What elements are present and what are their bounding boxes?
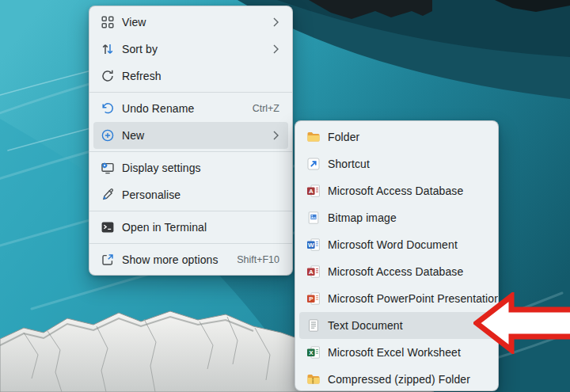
menu-separator <box>89 243 292 244</box>
submenu-item-access-database[interactable]: A Microsoft Access Database <box>299 177 494 204</box>
menu-item-shortcut: Shift+F10 <box>237 254 279 265</box>
menu-item-sort-by[interactable]: Sort by <box>93 36 288 63</box>
menu-item-label: Personalise <box>122 188 279 201</box>
svg-text:X: X <box>309 349 314 356</box>
submenu-item-powerpoint-presentation[interactable]: P Microsoft PowerPoint Presentation <box>299 285 494 312</box>
access-database-icon: A <box>306 265 321 279</box>
menu-item-label: Display settings <box>122 162 279 174</box>
refresh-icon <box>101 69 115 83</box>
zip-folder-icon <box>306 372 321 386</box>
shortcut-icon <box>306 157 321 171</box>
svg-text:W: W <box>308 242 314 249</box>
submenu-item-shortcut[interactable]: Shortcut <box>299 150 494 177</box>
svg-text:A: A <box>309 188 314 195</box>
submenu-item-label: Microsoft Access Database <box>328 185 485 197</box>
sort-icon <box>101 42 115 56</box>
menu-item-view[interactable]: View <box>93 9 288 36</box>
submenu-item-label: Microsoft Excel Worksheet <box>328 346 485 359</box>
submenu-item-label: Shortcut <box>328 158 485 170</box>
access-database-icon: A <box>306 184 321 198</box>
menu-item-label: Open in Terminal <box>122 221 279 234</box>
menu-item-label: Refresh <box>122 70 279 82</box>
menu-item-open-in-terminal[interactable]: Open in Terminal <box>93 214 288 241</box>
undo-icon <box>101 101 115 116</box>
menu-item-label: Sort by <box>122 43 263 55</box>
submenu-item-label: Compressed (zipped) Folder <box>328 373 485 386</box>
submenu-item-label: Bitmap image <box>328 211 485 224</box>
submenu-item-excel-worksheet[interactable]: X Microsoft Excel Worksheet <box>299 339 494 366</box>
terminal-icon <box>101 220 115 234</box>
folder-icon <box>306 130 321 144</box>
desktop-context-menu: View Sort by Refresh <box>89 6 293 276</box>
menu-item-new[interactable]: New <box>93 122 288 149</box>
submenu-item-access-database-2[interactable]: A Microsoft Access Database <box>299 258 494 285</box>
submenu-item-bitmap-image[interactable]: Bitmap image <box>299 204 494 231</box>
submenu-item-compressed-folder[interactable]: Compressed (zipped) Folder <box>299 366 494 391</box>
bitmap-image-icon <box>306 211 321 225</box>
menu-item-shortcut: Ctrl+Z <box>253 103 279 114</box>
powerpoint-presentation-icon: P <box>306 291 321 306</box>
submenu-item-label: Folder <box>328 131 485 143</box>
submenu-item-folder[interactable]: Folder <box>299 124 494 150</box>
submenu-item-label: Microsoft Word Document <box>328 238 485 251</box>
menu-item-label: Show more options <box>122 253 227 266</box>
menu-item-refresh[interactable]: Refresh <box>93 63 288 89</box>
text-document-icon <box>306 318 321 333</box>
menu-separator <box>89 211 292 211</box>
submenu-item-text-document[interactable]: Text Document <box>299 312 494 339</box>
menu-item-personalise[interactable]: Personalise <box>93 181 288 208</box>
menu-separator <box>89 151 292 152</box>
show-more-options-icon <box>101 253 115 267</box>
chevron-right-icon <box>272 17 279 28</box>
new-submenu: Folder Shortcut A Microsoft Access Datab… <box>294 120 499 391</box>
menu-item-label: New <box>122 129 263 142</box>
display-settings-icon <box>101 161 115 175</box>
submenu-item-label: Microsoft Access Database <box>328 265 485 278</box>
annotation-arrow-left-icon <box>473 292 570 354</box>
chevron-right-icon <box>272 44 279 55</box>
view-grid-icon <box>101 15 115 29</box>
menu-item-label: Undo Rename <box>122 102 243 115</box>
menu-item-show-more-options[interactable]: Show more options Shift+F10 <box>93 246 288 273</box>
new-plus-icon <box>101 128 115 143</box>
svg-text:P: P <box>309 295 314 303</box>
menu-item-undo-rename[interactable]: Undo Rename Ctrl+Z <box>93 95 288 122</box>
excel-worksheet-icon: X <box>306 345 321 360</box>
chevron-right-icon <box>272 130 279 141</box>
menu-item-display-settings[interactable]: Display settings <box>93 154 288 181</box>
personalise-brush-icon <box>101 188 115 202</box>
submenu-item-word-document[interactable]: W Microsoft Word Document <box>299 231 494 258</box>
word-document-icon: W <box>306 238 321 252</box>
menu-item-label: View <box>122 16 263 29</box>
submenu-item-label: Text Document <box>328 319 485 332</box>
svg-text:A: A <box>309 268 314 276</box>
menu-separator <box>89 92 292 93</box>
